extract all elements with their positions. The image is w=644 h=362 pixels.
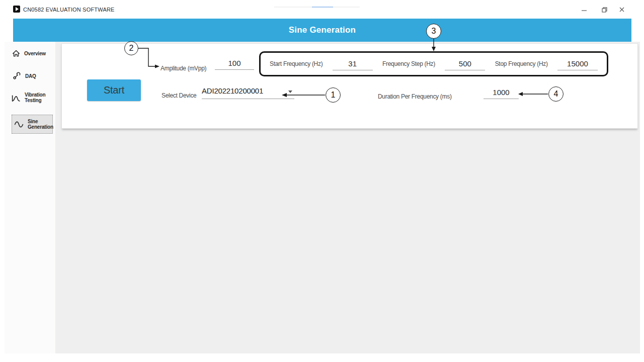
sidebar-item-label: Overview [24, 51, 50, 56]
restore-down-icon [602, 7, 607, 13]
titlebar: CN0582 EVALUATION SOFTWARE [0, 0, 644, 19]
sine-generation-panel: Amplitude (mVpp) Start Frequency (Hz) Fr… [61, 43, 638, 129]
stop-frequency-label: Stop Frequency (Hz) [495, 60, 548, 67]
vibration-curve-icon [11, 93, 21, 103]
duration-per-frequency-input[interactable] [484, 86, 519, 99]
select-device-label: Select Device [162, 92, 196, 99]
top-edge-artifact [274, 7, 360, 8]
stop-frequency-input[interactable] [557, 57, 598, 70]
caret-down-icon [288, 90, 292, 93]
frequency-settings-group: Start Frequency (Hz) Frequency Step (Hz)… [259, 51, 608, 76]
page-title: Sine Generation [13, 19, 631, 42]
start-frequency-input[interactable] [333, 57, 373, 70]
start-button[interactable]: Start [87, 79, 141, 101]
frequency-step-label: Frequency Step (Hz) [382, 60, 435, 67]
sine-wave-icon [14, 119, 24, 130]
callout-4: 4 [548, 86, 564, 102]
callout-2: 2 [124, 41, 138, 55]
window-title: CN0582 EVALUATION SOFTWARE [23, 7, 115, 13]
close-button[interactable] [614, 4, 629, 16]
home-icon [12, 49, 21, 58]
device-dropdown[interactable]: ADI202210200001 [202, 85, 294, 99]
sidebar-item-vibration-testing[interactable]: Vibration Testing [11, 92, 51, 103]
close-icon [619, 7, 624, 12]
minimize-button[interactable] [577, 4, 592, 16]
sidebar-item-label: Vibration Testing [25, 92, 51, 103]
amplitude-input[interactable] [215, 57, 254, 70]
maximize-button[interactable] [597, 4, 612, 16]
sidebar: Overview DAQ Vibration Testing [5, 42, 55, 353]
app-window: CN0582 EVALUATION SOFTWARE Sine Generati… [0, 0, 644, 362]
device-dropdown-value: ADI202210200001 [202, 86, 263, 95]
page-header: Sine Generation [13, 19, 631, 42]
sidebar-item-sine-generation[interactable]: Sine Generation [12, 115, 53, 134]
sidebar-item-daq[interactable]: DAQ [12, 71, 51, 81]
sidebar-item-label: Sine Generation [28, 119, 53, 130]
sidebar-item-overview[interactable]: Overview [12, 49, 50, 58]
start-frequency-label: Start Frequency (Hz) [270, 60, 323, 67]
minimize-icon [582, 7, 587, 12]
sidebar-item-label: DAQ [25, 73, 51, 79]
callout-3: 3 [426, 24, 441, 39]
amplitude-label: Amplitude (mVpp) [160, 65, 206, 72]
wrench-icon [12, 71, 22, 81]
app-logo-icon [13, 6, 20, 13]
duration-per-frequency-label: Duration Per Frequency (ms) [378, 93, 452, 100]
callout-1: 1 [326, 87, 341, 103]
frequency-step-input[interactable] [445, 57, 485, 70]
